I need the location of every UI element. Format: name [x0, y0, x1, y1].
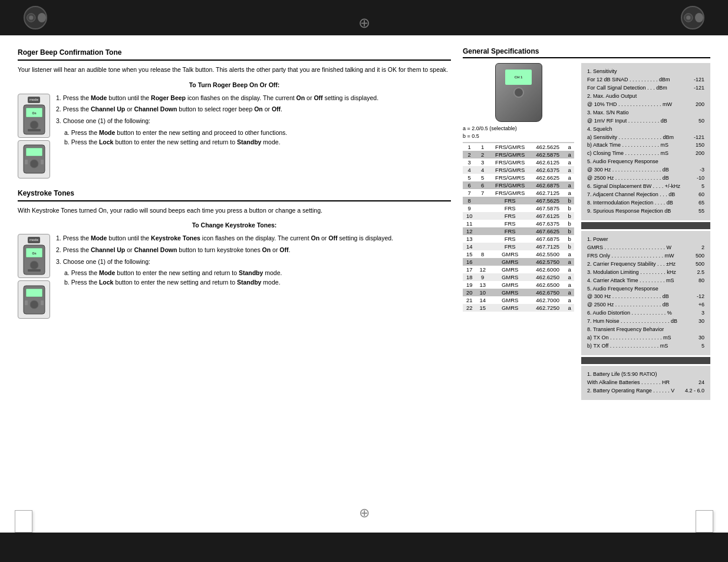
svg-rect-20 — [26, 289, 42, 297]
keystroke-radio-images: mode On — [18, 234, 50, 319]
keystroke-section: Keystroke Tones With Keystroke Tones tur… — [18, 188, 451, 319]
crosshair-bottom: ⊕ — [359, 505, 370, 521]
radio-images-col: mode On — [18, 94, 50, 178]
left-column: Roger Beep Confirmation Tone Your listen… — [18, 47, 451, 521]
battery-specs-panel: 1. Battery Life (5:5:90 RATIO) With Alka… — [581, 366, 710, 400]
radio-icon-left — [24, 6, 47, 29]
tx-spec-row: GMRS . . . . . . . . . . . . . . . . . .… — [587, 244, 704, 252]
rx-spec-row: a) Sensitivity . . . . . . . . . . . . .… — [587, 134, 704, 142]
freq-table: 11FRS/GMRS462.5625a22FRS/GMRS462.5875a33… — [463, 142, 574, 312]
svg-rect-12 — [25, 160, 28, 164]
radio-device-right: CH 1 — [495, 63, 542, 122]
svg-point-1 — [29, 15, 33, 19]
svg-point-21 — [30, 300, 38, 309]
rx-spec-row: 4. Squelch — [587, 125, 704, 134]
freq-table-area: CH 1 a = 2.0/0.5 (selectable) b = 0.5 — [463, 63, 574, 400]
radio-image-1: mode On — [18, 94, 50, 138]
svg-text:On: On — [32, 111, 36, 115]
svg-point-17 — [30, 261, 38, 269]
rx-spec-row: c) Closing Time . . . . . . . . . . . . … — [587, 150, 704, 158]
rx-spec-row: 8. Intermodulation Rejection . . . . dB6… — [587, 199, 704, 207]
rx-spec-row: 1. Sensitivity — [587, 68, 704, 76]
battery-spec-row: With Alkaline Batteries . . . . . . . HR… — [587, 379, 704, 387]
radio-image-3: mode On — [18, 234, 50, 278]
rx-spec-row: 3. Max. S/N Ratio — [587, 109, 704, 117]
bottom-bar — [0, 533, 728, 562]
turn-on-subsection: To Turn Roger Beep On Or Off: mode On — [18, 81, 451, 178]
change-keystroke-subsection: To Change Keystroke Tones: mode On — [18, 221, 451, 319]
svg-text:On: On — [32, 252, 36, 255]
radio-icon-right — [681, 6, 704, 29]
rx-spec-row: 6. Signal Displacement BW . . . . +/-kHz… — [587, 183, 704, 191]
tx-spec-row: @ 300 Hz . . . . . . . . . . . . . . . .… — [587, 293, 704, 301]
rx-spec-row: @ 300 Hz . . . . . . . . . . . . . . . .… — [587, 166, 704, 174]
top-bar: ⊕ — [0, 0, 728, 35]
dark-bar-2 — [581, 357, 710, 364]
rx-spec-row: 7. Adjacent Channel Rejection . . . dB60 — [587, 191, 704, 199]
keystroke-steps: 1. Press the Mode button until the Keyst… — [56, 234, 451, 319]
svg-rect-10 — [26, 148, 42, 156]
change-heading: To Change Keystroke Tones: — [18, 221, 451, 230]
rx-spec-row: @ 2500 Hz . . . . . . . . . . . . . . . … — [587, 174, 704, 183]
roger-beep-intro: Your listener will hear an audible tone … — [18, 65, 451, 75]
svg-point-3 — [686, 15, 690, 19]
battery-spec-row: 1. Battery Life (5:5:90 RATIO) — [587, 371, 704, 379]
rx-spec-row: 5. Audio Frequency Response — [587, 158, 704, 166]
battery-spec-row: 2. Battery Operating Range . . . . . . V… — [587, 387, 704, 395]
radio-image-2 — [18, 140, 50, 178]
tx-spec-row: 2. Carrier Frequency Stability . . . ±Hz… — [587, 260, 704, 269]
roger-beep-heading: Roger Beep Confirmation Tone — [18, 47, 451, 61]
rx-spec-row: b) Attack Time . . . . . . . . . . . . .… — [587, 141, 704, 150]
tx-spec-row: b) TX Off . . . . . . . . . . . . . . . … — [587, 342, 704, 351]
doc-corner-left — [15, 510, 32, 533]
specs-right-col: 1. Sensitivity For 12 dB SINAD . . . . .… — [581, 63, 710, 400]
rx-spec-row: For Call Signal Detection . . . dBm-121 — [587, 84, 704, 92]
right-column: General Specifications CH 1 a = 2.0/0.5 … — [463, 47, 710, 521]
tx-spec-row: 6. Audio Distortion . . . . . . . . . . … — [587, 309, 704, 318]
svg-point-11 — [30, 160, 38, 168]
turn-on-heading: To Turn Roger Beep On Or Off: — [18, 81, 451, 90]
svg-point-7 — [30, 121, 38, 129]
rx-spec-row: 2. Max. Audio Output — [587, 92, 704, 101]
rx-specs-panel: 1. Sensitivity For 12 dB SINAD . . . . .… — [581, 63, 710, 220]
freq-note-a: a = 2.0/0.5 (selectable) — [463, 125, 574, 131]
gen-spec-heading: General Specifications — [463, 47, 710, 58]
roger-beep-section: Roger Beep Confirmation Tone Your listen… — [18, 47, 451, 178]
tx-spec-row: 8. Transient Frequency Behavior — [587, 326, 704, 334]
svg-rect-8 — [28, 129, 41, 131]
tx-spec-row: a) TX On . . . . . . . . . . . . . . . .… — [587, 334, 704, 342]
freq-note-b: b = 0.5 — [463, 133, 574, 139]
tx-spec-row: 1. Power — [587, 236, 704, 244]
keystroke-heading: Keystroke Tones — [18, 188, 451, 201]
tx-spec-row: @ 2500 Hz . . . . . . . . . . . . . . . … — [587, 301, 704, 309]
svg-rect-13 — [41, 160, 44, 164]
svg-rect-22 — [25, 300, 28, 305]
tx-spec-row: FRS Only . . . . . . . . . . . . . . . .… — [587, 252, 704, 260]
rx-spec-row: 9. Spurious Response Rejection dB55 — [587, 207, 704, 216]
rx-spec-row: @ 10% THD . . . . . . . . . . . . . . . … — [587, 101, 704, 109]
dark-bar-1 — [581, 222, 710, 229]
svg-rect-18 — [28, 269, 41, 272]
rx-spec-row: @ 1mV RF Input . . . . . . . . . . . dB5… — [587, 117, 704, 125]
top-bar-right — [681, 6, 704, 29]
tx-spec-row: 7. Hum Noise . . . . . . . . . . . . . .… — [587, 318, 704, 326]
crosshair-top: ⊕ — [358, 15, 370, 31]
doc-corner-right — [696, 510, 713, 533]
tx-spec-row: 3. Modulation Limiting . . . . . . . . .… — [587, 269, 704, 277]
radio-image-4 — [18, 280, 50, 319]
top-bar-left — [24, 6, 47, 29]
keystroke-intro: With Keystroke Tones turned On, your rad… — [18, 206, 451, 216]
tx-specs-panel: 1. Power GMRS . . . . . . . . . . . . . … — [581, 231, 710, 355]
rx-spec-row: For 12 dB SINAD . . . . . . . . . . dBm-… — [587, 76, 704, 84]
tx-spec-row: 4. Carrier Attack Time . . . . . . . . .… — [587, 277, 704, 285]
svg-rect-23 — [41, 300, 44, 305]
roger-beep-steps: 1. Press the Mode button until the Roger… — [56, 94, 451, 178]
tx-spec-row: 5. Audio Frequency Response — [587, 285, 704, 293]
